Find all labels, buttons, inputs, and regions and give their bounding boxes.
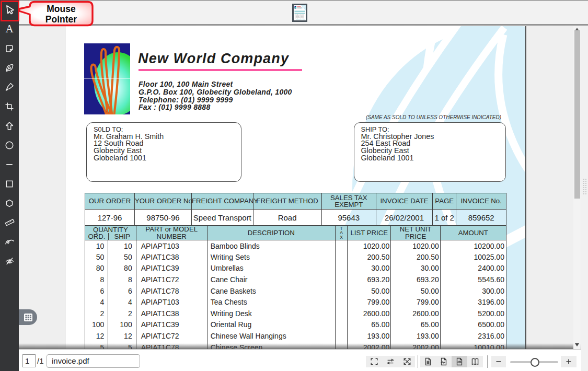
book-view-icon[interactable] <box>470 356 480 367</box>
arrow-up-icon <box>4 121 15 131</box>
line-item-row: 6 6 APIAT1C78 Cane Baskets 50.00 50.00 3… <box>85 285 506 297</box>
tool-polygon[interactable] <box>0 193 19 213</box>
order-info-header-cell: SALES TAX EXEMPT <box>321 193 376 210</box>
tax-header-cell: T A X <box>335 226 347 240</box>
item-list-price: 50.00 <box>347 285 390 297</box>
item-part: APIAT1C78 <box>136 285 207 297</box>
item-ord: 4 <box>85 296 108 308</box>
line-item-row: 8 8 APIAT1C72 Cane Chair 693.20 693.20 5… <box>85 274 506 285</box>
order-info-value-cell: Road <box>253 210 321 226</box>
item-ship: 80 <box>108 263 136 274</box>
quantity-header-cell: QUANTITY ORD.SHIP <box>85 226 136 240</box>
tool-crop[interactable] <box>0 97 19 116</box>
tool-line[interactable] <box>0 155 19 174</box>
company-logo <box>84 43 130 114</box>
item-ship: 8 <box>108 274 136 285</box>
line-items-header-row: QUANTITY ORD.SHIP PART or MODEL NUMBER D… <box>85 226 506 240</box>
pdf-page[interactable]: New World Company Floor 100, 100 Main St… <box>65 26 526 349</box>
item-ord: 80 <box>85 263 108 274</box>
highlighter-icon <box>4 82 15 92</box>
item-list-price: 799.00 <box>347 296 390 308</box>
right-panel-splitter[interactable] <box>581 24 588 371</box>
polygon-icon <box>4 198 15 208</box>
zoom-slider-knob[interactable] <box>531 358 539 367</box>
splitter-grip-icon[interactable] <box>583 178 586 195</box>
order-info-value-cell: 1 of 2 <box>432 210 456 226</box>
order-info-value-cell: 98750-96 <box>135 210 192 226</box>
tool-freehand[interactable] <box>0 232 19 251</box>
item-ord: 100 <box>85 319 108 331</box>
item-net-price: 200.50 <box>391 251 440 263</box>
line-items-table: QUANTITY ORD.SHIP PART or MODEL NUMBER D… <box>85 225 506 349</box>
order-info-header-cell: YOUR ORDER No <box>135 193 192 210</box>
line-item-row: 100 100 APIAT1C39 Oriental Rug 65.00 65.… <box>85 319 506 331</box>
statusbar-separator <box>487 355 488 368</box>
item-ship: 12 <box>108 330 136 342</box>
item-part: APIAT1C38 <box>136 308 207 319</box>
callout-line1: Mouse <box>47 4 76 14</box>
tool-note[interactable] <box>0 39 19 58</box>
item-tax <box>335 274 347 285</box>
item-description: Umbrellas <box>207 263 335 274</box>
sold-to-address: Mr. Graham H. Smith 12 South Road Globec… <box>94 133 164 163</box>
item-part: APIAT1C39 <box>136 263 207 274</box>
tool-circle[interactable] <box>0 135 19 155</box>
fit-width-icon[interactable] <box>385 356 396 367</box>
item-ship: 10 <box>108 240 136 252</box>
fit-page-icon[interactable] <box>402 356 412 367</box>
item-amount: 2316.00 <box>440 330 506 342</box>
order-info-value-cell: 127-96 <box>85 210 135 226</box>
grid-panel-button[interactable] <box>19 309 37 325</box>
page-scroll-icon[interactable] <box>439 356 449 367</box>
fullscreen-icon[interactable] <box>369 356 379 367</box>
scroll-down-arrow-icon[interactable] <box>575 343 579 346</box>
order-info-value-cell: 26/02/2001 <box>376 210 432 226</box>
page-code-icon[interactable] <box>454 356 465 367</box>
zoom-out-button[interactable] <box>491 356 506 367</box>
item-net-price: 30.00 <box>391 263 440 274</box>
ship-to-address: Mr. Christopher Jones 254 East Road Glob… <box>361 133 434 163</box>
item-tax <box>335 285 347 297</box>
line-item-row: 12 12 APIAT1C72 Chinese Wall Hangings 19… <box>85 330 506 342</box>
topbar-separator <box>19 24 588 26</box>
item-amount: 300.00 <box>440 285 506 297</box>
item-ord: 8 <box>85 274 108 285</box>
viewer-bottom-shadow <box>19 343 581 349</box>
item-net-price: 2600.00 <box>391 308 440 319</box>
tool-arrow[interactable] <box>0 116 19 135</box>
item-ord: 6 <box>85 285 108 297</box>
vertical-scrollbar[interactable] <box>573 26 581 349</box>
title-underline <box>139 69 302 71</box>
page-thumbnail-preview <box>294 5 306 20</box>
line-item-row: 4 4 APIAPT103 Tea Chests 799.00 799.00 3… <box>85 296 506 308</box>
tool-hide-annotations[interactable] <box>0 251 19 271</box>
item-tax <box>335 296 347 308</box>
amount-header-cell: AMOUNT <box>440 226 506 240</box>
page-number-input[interactable] <box>22 354 36 367</box>
tool-ruler[interactable] <box>0 213 19 232</box>
tool-square[interactable] <box>0 174 19 193</box>
item-ord: 12 <box>85 330 108 342</box>
item-tax <box>335 330 347 342</box>
page-thumbnail[interactable] <box>292 4 307 22</box>
filename-input[interactable] <box>47 354 140 368</box>
company-address: Floor 100, 100 Main Street G.P.O. Box 10… <box>139 80 292 111</box>
item-description: Tea Chests <box>207 296 335 308</box>
line-item-row: 80 80 APIAT1C39 Umbrellas 30.00 30.00 24… <box>85 263 506 274</box>
zoom-in-button[interactable] <box>561 356 577 367</box>
scrollbar-thumb[interactable] <box>574 30 580 199</box>
item-description: Chinese Wall Hangings <box>207 330 335 342</box>
item-part: APIAT1C72 <box>136 274 207 285</box>
item-amount: 5200.00 <box>440 308 506 319</box>
callout-line2: Pointer <box>45 14 77 25</box>
item-part: APIAT1C72 <box>136 330 207 342</box>
item-ord: 2 <box>85 308 108 319</box>
item-amount: 5545.60 <box>440 274 506 285</box>
item-amount: 2400.00 <box>440 263 506 274</box>
order-info-table: OUR ORDERYOUR ORDER NoFREIGHT COMPANYFRE… <box>85 193 506 226</box>
single-page-icon[interactable] <box>423 356 433 367</box>
tool-highlighter[interactable] <box>0 77 19 97</box>
line-item-row: 10 10 APIAPT103 Bamboo Blinds 1020.00 10… <box>85 240 506 252</box>
item-ship: 2 <box>108 308 136 319</box>
tool-pen[interactable] <box>0 58 19 77</box>
